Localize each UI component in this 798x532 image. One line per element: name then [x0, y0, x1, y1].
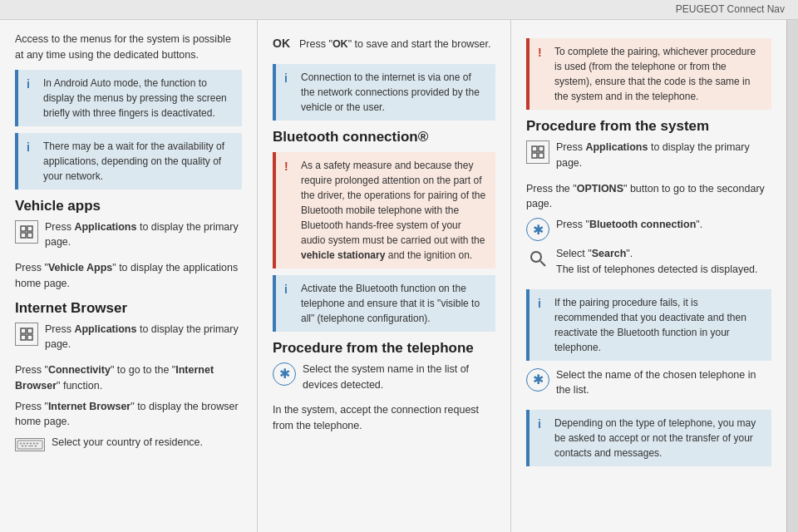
left-column: Access to the menus for the system is po…: [0, 20, 258, 532]
header: PEUGEOT Connect Nav: [0, 0, 798, 20]
procedure-phone-row: ✱ Select the system name in the list of …: [273, 362, 495, 398]
info-icon-6: i: [538, 416, 549, 461]
sys-row-2: ✱ Press "Bluetooth connection".: [526, 217, 771, 241]
svg-point-16: [22, 446, 22, 446]
procedure-system-title: Procedure from the system: [526, 118, 771, 135]
svg-rect-0: [21, 226, 26, 231]
applications-icon-2: [15, 323, 38, 346]
search-icon-box: [526, 247, 549, 270]
header-title: PEUGEOT Connect Nav: [676, 3, 785, 15]
info-text-connection: Connection to the internet is via one of…: [301, 70, 487, 115]
svg-point-12: [27, 443, 27, 444]
svg-rect-2: [21, 233, 26, 238]
bluetooth-icon-1: ✱: [273, 362, 296, 386]
content: Access to the menus for the system is po…: [0, 20, 798, 532]
internet-browser-text: Press Applications to display the primar…: [45, 322, 242, 353]
vehicle-apps-text: Press Applications to display the primar…: [45, 219, 242, 251]
info-icon-3: i: [284, 70, 296, 115]
svg-rect-22: [532, 153, 537, 158]
svg-point-14: [33, 443, 34, 444]
country-row: Select your country of residence.: [15, 435, 242, 456]
country-text: Select your country of residence.: [52, 435, 203, 451]
info-text-bluetooth-activate: Activate the Bluetooth function on the t…: [301, 281, 487, 326]
internet-p2: Press "Internet Browser" to display the …: [15, 399, 242, 431]
sys-text-4: Select the name of the chosen telephone …: [556, 367, 771, 399]
info-icon-5: i: [538, 295, 549, 355]
sys-p1: Press the "OPTIONS" button to go to the …: [526, 181, 771, 213]
bluetooth-icon-2: ✱: [526, 218, 549, 241]
info-box-contacts: i Depending on the type of telephone, yo…: [526, 410, 771, 466]
info-box-android: i In Android Auto mode, the function to …: [15, 70, 242, 126]
sys-text-3: Select "Search".The list of telephones d…: [556, 246, 758, 278]
svg-rect-3: [27, 233, 32, 238]
intro-text: Access to the menus for the system is po…: [15, 32, 242, 63]
svg-point-10: [20, 443, 21, 444]
svg-point-13: [30, 443, 31, 444]
sys-row-4: ✱ Select the name of the chosen telephon…: [526, 367, 771, 404]
applications-icon-3: [526, 140, 549, 164]
info-text-android: In Android Auto mode, the function to di…: [43, 76, 234, 121]
info-box-connection: i Connection to the internet is via one …: [273, 64, 495, 121]
info-box-bluetooth-activate: i Activate the Bluetooth function on the…: [273, 275, 495, 332]
ok-text: Press "OK" to save and start the browser…: [299, 37, 491, 52]
ok-label: OK: [273, 37, 293, 50]
vehicle-apps-title: Vehicle apps: [15, 198, 242, 214]
info-box-pairing-fail: i If the pairing procedure fails, it is …: [526, 289, 771, 361]
sys-row-1: Press Applications to display the primar…: [526, 140, 771, 176]
procedure-phone-title: Procedure from the telephone: [273, 340, 495, 357]
info-text-wait: There may be a wait for the availability…: [43, 139, 234, 184]
sys-row-3: Select "Search".The list of telephones d…: [526, 246, 771, 283]
info-text-pairing-fail: If the pairing procedure fails, it is re…: [554, 295, 763, 355]
vehicle-apps-row: Press Applications to display the primar…: [15, 219, 242, 256]
internet-browser-row: Press Applications to display the primar…: [15, 322, 242, 358]
applications-icon-1: [15, 220, 38, 244]
info-box-wait: i There may be a wait for the availabili…: [15, 133, 242, 190]
internet-browser-title: Internet Browser: [15, 300, 242, 317]
ok-row: OK Press "OK" to save and start the brow…: [273, 37, 495, 57]
page: PEUGEOT Connect Nav Access to the menus …: [0, 0, 798, 532]
svg-rect-8: [17, 441, 42, 449]
svg-rect-23: [539, 153, 544, 158]
sys-text-1: Press Applications to display the primar…: [556, 140, 771, 171]
svg-rect-1: [27, 226, 32, 231]
svg-point-19: [35, 446, 36, 446]
svg-rect-4: [21, 328, 26, 333]
svg-line-25: [540, 261, 545, 266]
svg-rect-7: [27, 335, 32, 340]
keyboard-icon: [15, 438, 45, 451]
mid-column: OK Press "OK" to save and start the brow…: [258, 20, 511, 532]
svg-rect-20: [532, 146, 537, 151]
procedure-phone-text: Select the system name in the list of de…: [303, 362, 495, 393]
warn-text-safety: As a safety measure and because they req…: [301, 158, 487, 263]
svg-point-11: [23, 443, 24, 444]
bluetooth-title: Bluetooth connection®: [273, 129, 495, 145]
warn-text-pairing: To complete the pairing, whichever proce…: [554, 44, 763, 104]
svg-rect-5: [27, 328, 32, 333]
side-bar: [786, 20, 798, 532]
info-icon-2: i: [27, 139, 38, 184]
warn-box-safety: ! As a safety measure and because they r…: [273, 152, 495, 268]
warn-icon-2: !: [538, 44, 549, 104]
info-icon-4: i: [284, 281, 296, 326]
info-text-contacts: Depending on the type of telephone, you …: [554, 416, 763, 461]
warn-icon-1: !: [284, 158, 296, 263]
internet-p1: Press "Connectivity" to go to the "Inter…: [15, 362, 242, 394]
svg-rect-21: [539, 146, 544, 151]
right-column: ! To complete the pairing, whichever pro…: [511, 20, 786, 532]
svg-point-15: [37, 443, 37, 444]
svg-rect-6: [21, 335, 26, 340]
vehicle-apps-p: Press "Vehicle Apps" to display the appl…: [15, 260, 242, 292]
warn-box-pairing: ! To complete the pairing, whichever pro…: [526, 38, 771, 110]
svg-point-24: [531, 252, 541, 262]
info-icon-1: i: [27, 76, 38, 121]
svg-point-17: [25, 446, 26, 446]
procedure-phone-p: In the system, accept the connection req…: [273, 402, 495, 434]
sys-text-2: Press "Bluetooth connection".: [556, 217, 702, 233]
bluetooth-icon-3: ✱: [526, 368, 549, 392]
